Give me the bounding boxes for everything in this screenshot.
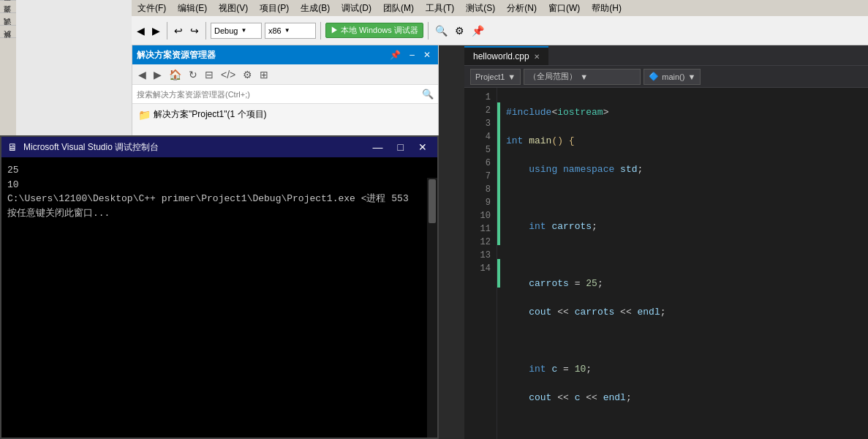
- console-scrollbar-thumb[interactable]: [429, 179, 436, 223]
- solution-tree: 📁 解决方案"Project1"(1 个项目): [132, 104, 438, 125]
- console-close-button[interactable]: ✕: [414, 141, 431, 153]
- console-body: 25 10 C:\Users\12100\Desktop\C++ primer\…: [1, 157, 437, 438]
- code-line-2: int main() {: [506, 135, 575, 146]
- search-icon[interactable]: 🔍: [433, 23, 450, 38]
- debug-mode-dropdown[interactable]: Debug ▼: [211, 23, 262, 39]
- code-line-8: cout << carrots << endl;: [506, 307, 666, 318]
- line-numbers: 1 2 3 4 5 6 7 8 9 10 11 12 13 14: [464, 88, 497, 439]
- code-line-1: #include<iostream>: [506, 107, 608, 118]
- editor-tab-filename: helloworld.cpp: [473, 51, 529, 61]
- run-button[interactable]: ▶ 本地 Windows 调试器: [325, 23, 423, 38]
- forward-button[interactable]: ▶: [150, 23, 162, 38]
- solution-explorer-titlebar: 解决方案资源管理器 📌 – ✕: [132, 45, 438, 64]
- sidebar-tab-debug[interactable]: 调试: [0, 25, 16, 37]
- line-num-5: 5: [464, 143, 491, 157]
- solution-explorer-title: 解决方案资源管理器: [137, 49, 384, 61]
- line-num-13: 13: [464, 249, 491, 262]
- debug-mode-arrow: ▼: [241, 27, 246, 34]
- editor-nav: Project1 ▼ （全局范围） ▼ 🔷 main() ▼: [464, 66, 868, 88]
- line-num-2: 2: [464, 104, 491, 117]
- toolbar-separator-3: [320, 22, 321, 40]
- main-toolbar: ◀ ▶ ↩ ↪ Debug ▼ x86 ▼ ▶ 本地 Windows 调试器 🔍…: [132, 16, 868, 45]
- project-dropdown[interactable]: Project1 ▼: [470, 69, 521, 85]
- console-scrollbar[interactable]: [427, 178, 437, 438]
- menu-team[interactable]: 团队(M): [377, 1, 420, 16]
- menu-build[interactable]: 生成(B): [295, 1, 336, 16]
- scope-label: （全局范围）: [529, 71, 577, 82]
- sol-forward-btn[interactable]: ▶: [151, 67, 165, 82]
- back-button[interactable]: ◀: [135, 23, 147, 38]
- solution-search-input[interactable]: [137, 90, 419, 99]
- solution-label: 解决方案"Project1"(1 个项目): [154, 108, 267, 121]
- code-line-10: int c = 10;: [506, 364, 592, 375]
- sol-home-btn[interactable]: 🏠: [166, 67, 184, 82]
- menu-window[interactable]: 窗口(W): [543, 1, 586, 16]
- sol-settings-btn[interactable]: ⚙: [240, 67, 255, 82]
- line-num-1: 1: [464, 91, 491, 104]
- console-maximize-button[interactable]: □: [393, 141, 408, 153]
- function-dropdown-arrow: ▼: [687, 72, 695, 81]
- menu-help[interactable]: 帮助(H): [586, 1, 627, 16]
- menu-project[interactable]: 项目(P): [254, 1, 295, 16]
- settings-icon[interactable]: ⚙: [453, 23, 467, 38]
- editor-tabs: helloworld.cpp ✕: [464, 45, 868, 66]
- code-line-7: carrots = 25;: [506, 278, 603, 289]
- line-num-3: 3: [464, 117, 491, 130]
- pin-icon[interactable]: 📌: [469, 23, 486, 38]
- solution-explorer-close[interactable]: ✕: [420, 50, 434, 60]
- console-app-icon: 🖥: [7, 141, 18, 153]
- console-output-4: C:\Users\12100\Desktop\C++ primer\Projec…: [7, 192, 431, 206]
- editor-tab-close[interactable]: ✕: [534, 53, 540, 61]
- menu-edit[interactable]: 编辑(E): [172, 1, 213, 16]
- line-num-6: 6: [464, 157, 491, 170]
- console-title: Microsoft Visual Studio 调试控制台: [23, 141, 363, 154]
- line-num-4: 4: [464, 130, 491, 143]
- solution-search-bar: 🔍: [132, 85, 438, 104]
- menu-view[interactable]: 视图(V): [213, 1, 254, 16]
- toolbar-separator-2: [205, 22, 206, 40]
- code-line-5: int carrots;: [506, 221, 597, 232]
- sol-expand-btn[interactable]: ⊞: [257, 67, 271, 82]
- sol-refresh-btn[interactable]: ↻: [186, 67, 200, 82]
- sol-filter-btn[interactable]: ⊟: [202, 67, 216, 82]
- editor-tab-helloworld[interactable]: helloworld.cpp ✕: [464, 46, 548, 65]
- solution-explorer-pin[interactable]: 📌: [387, 50, 404, 60]
- code-editor: helloworld.cpp ✕ Project1 ▼ （全局范围） ▼ 🔷 m…: [464, 45, 868, 439]
- sidebar-tab-resources[interactable]: 资源: [0, 12, 16, 25]
- menu-file[interactable]: 文件(F): [132, 1, 172, 16]
- console-minimize-button[interactable]: —: [369, 141, 388, 153]
- menu-test[interactable]: 测试(S): [460, 1, 501, 16]
- solution-icon: 📁: [138, 109, 151, 121]
- toolbar-separator-4: [428, 22, 429, 40]
- redo-button[interactable]: ↪: [188, 23, 201, 38]
- console-output-5: 按任意键关闭此窗口...: [7, 206, 431, 221]
- platform-arrow: ▼: [284, 27, 290, 34]
- sol-code-btn[interactable]: </>: [218, 67, 238, 82]
- sol-back-btn[interactable]: ◀: [135, 67, 149, 82]
- debug-mode-label: Debug: [214, 26, 238, 35]
- line-num-9: 9: [464, 196, 491, 209]
- solution-explorer-panel: 解决方案资源管理器 📌 – ✕ ◀ ▶ 🏠 ↻ ⊟ </> ⚙ ⊞ 🔍 📁 解决…: [132, 45, 439, 148]
- menu-debug[interactable]: 调试(D): [336, 1, 377, 16]
- search-button[interactable]: 🔍: [422, 89, 434, 100]
- function-dropdown[interactable]: 🔷 main() ▼: [644, 69, 701, 85]
- solution-explorer-toolbar: ◀ ▶ 🏠 ↻ ⊟ </> ⚙ ⊞: [132, 64, 438, 85]
- scope-dropdown[interactable]: （全局范围） ▼: [524, 69, 641, 85]
- solution-explorer-minimize[interactable]: –: [407, 50, 418, 60]
- platform-dropdown[interactable]: x86 ▼: [265, 23, 316, 39]
- console-output-1: 25: [7, 163, 431, 178]
- sidebar-tab-classes[interactable]: 类视图: [0, 0, 16, 12]
- sidebar-tab-solution[interactable]: 解决: [0, 37, 16, 50]
- code-line-11: cout << c << endl;: [506, 392, 632, 403]
- solution-root-item[interactable]: 📁 解决方案"Project1"(1 个项目): [138, 107, 432, 122]
- toolbar-separator-1: [167, 22, 167, 40]
- code-content[interactable]: #include<iostream> int main() { using na…: [500, 88, 868, 439]
- project-name-label: Project1: [475, 72, 505, 81]
- menu-analyze[interactable]: 分析(N): [501, 1, 543, 16]
- undo-button[interactable]: ↩: [172, 23, 185, 38]
- menu-tools[interactable]: 工具(T): [420, 1, 460, 16]
- function-icon: 🔷: [649, 72, 659, 81]
- line-num-12: 12: [464, 236, 491, 249]
- function-label: main(): [662, 72, 684, 81]
- line-num-8: 8: [464, 183, 491, 196]
